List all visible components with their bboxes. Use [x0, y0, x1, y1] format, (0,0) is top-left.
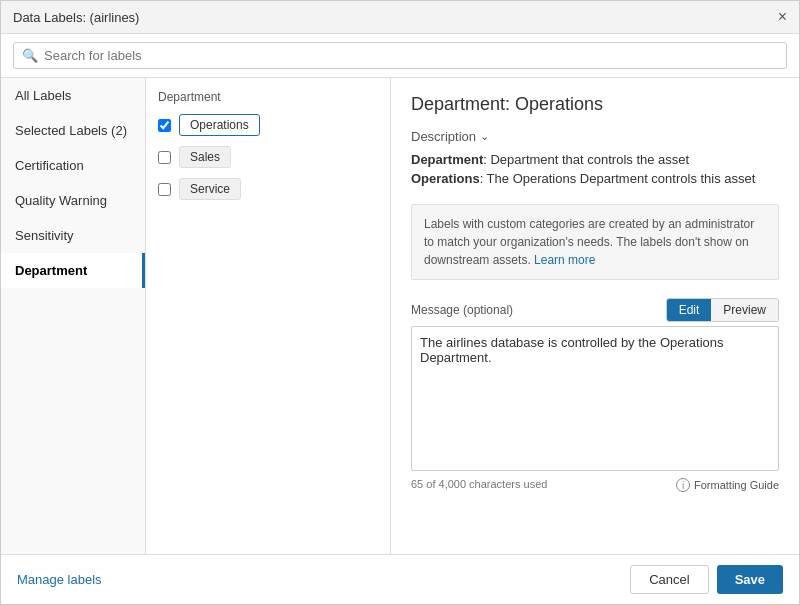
description-toggle-label: Description: [411, 129, 476, 144]
desc-dept-prefix: Department: [411, 152, 483, 167]
search-wrapper: 🔍: [13, 42, 787, 69]
info-icon: i: [676, 478, 690, 492]
info-box: Labels with custom categories are create…: [411, 204, 779, 280]
sidebar: All Labels Selected Labels (2) Certifica…: [1, 78, 146, 554]
message-header-row: Message (optional) Edit Preview: [411, 298, 779, 322]
message-textarea[interactable]: The airlines database is controlled by t…: [411, 326, 779, 471]
description-header[interactable]: Description ⌄: [411, 129, 779, 144]
char-count: 65 of 4,000 characters used: [411, 478, 547, 492]
desc-ops-value: : The Operations Department controls thi…: [480, 171, 756, 186]
sidebar-item-label: Department: [15, 263, 87, 278]
service-tag[interactable]: Service: [179, 178, 241, 200]
desc-department-row: Department: Department that controls the…: [411, 152, 779, 167]
label-item-sales: Sales: [158, 146, 378, 168]
detail-title: Department: Operations: [411, 94, 779, 115]
char-count-row: 65 of 4,000 characters used i Formatting…: [411, 478, 779, 492]
main-content: All Labels Selected Labels (2) Certifica…: [1, 78, 799, 554]
sidebar-item-selected-labels[interactable]: Selected Labels (2): [1, 113, 145, 148]
search-icon: 🔍: [22, 48, 38, 63]
category-label: Department: [158, 90, 378, 104]
service-checkbox[interactable]: [158, 183, 171, 196]
manage-labels-link[interactable]: Manage labels: [17, 572, 102, 587]
formatting-guide-link[interactable]: i Formatting Guide: [676, 478, 779, 492]
sidebar-item-label: Certification: [15, 158, 84, 173]
close-button[interactable]: ×: [778, 9, 787, 25]
sidebar-item-all-labels[interactable]: All Labels: [1, 78, 145, 113]
sidebar-item-sensitivity[interactable]: Sensitivity: [1, 218, 145, 253]
desc-dept-value: : Department that controls the asset: [483, 152, 689, 167]
sales-checkbox[interactable]: [158, 151, 171, 164]
label-item-service: Service: [158, 178, 378, 200]
save-button[interactable]: Save: [717, 565, 783, 594]
dialog: Data Labels: (airlines) × 🔍 All Labels S…: [0, 0, 800, 605]
sidebar-item-label: Sensitivity: [15, 228, 74, 243]
label-item-operations: Operations: [158, 114, 378, 136]
tab-preview-button[interactable]: Preview: [711, 299, 778, 321]
search-input[interactable]: [44, 48, 778, 63]
footer-buttons: Cancel Save: [630, 565, 783, 594]
formatting-guide-label: Formatting Guide: [694, 479, 779, 491]
sidebar-item-label: All Labels: [15, 88, 71, 103]
desc-operations-row: Operations: The Operations Department co…: [411, 171, 779, 186]
footer: Manage labels Cancel Save: [1, 554, 799, 604]
desc-ops-prefix: Operations: [411, 171, 480, 186]
sales-tag[interactable]: Sales: [179, 146, 231, 168]
sidebar-item-department[interactable]: Department: [1, 253, 145, 288]
operations-checkbox[interactable]: [158, 119, 171, 132]
sidebar-item-quality-warning[interactable]: Quality Warning: [1, 183, 145, 218]
tab-group: Edit Preview: [666, 298, 779, 322]
dialog-title: Data Labels: (airlines): [13, 10, 139, 25]
learn-more-link[interactable]: Learn more: [534, 253, 595, 267]
detail-panel: Department: Operations Description ⌄ Dep…: [391, 78, 799, 554]
tab-edit-button[interactable]: Edit: [667, 299, 712, 321]
message-section: Message (optional) Edit Preview The airl…: [411, 298, 779, 492]
sidebar-item-label: Selected Labels (2): [15, 123, 127, 138]
chevron-down-icon: ⌄: [480, 130, 489, 143]
title-bar: Data Labels: (airlines) ×: [1, 1, 799, 34]
middle-panel: Department Operations Sales Service: [146, 78, 391, 554]
sidebar-item-certification[interactable]: Certification: [1, 148, 145, 183]
operations-tag[interactable]: Operations: [179, 114, 260, 136]
cancel-button[interactable]: Cancel: [630, 565, 708, 594]
search-bar: 🔍: [1, 34, 799, 78]
sidebar-item-label: Quality Warning: [15, 193, 107, 208]
message-label: Message (optional): [411, 303, 513, 317]
